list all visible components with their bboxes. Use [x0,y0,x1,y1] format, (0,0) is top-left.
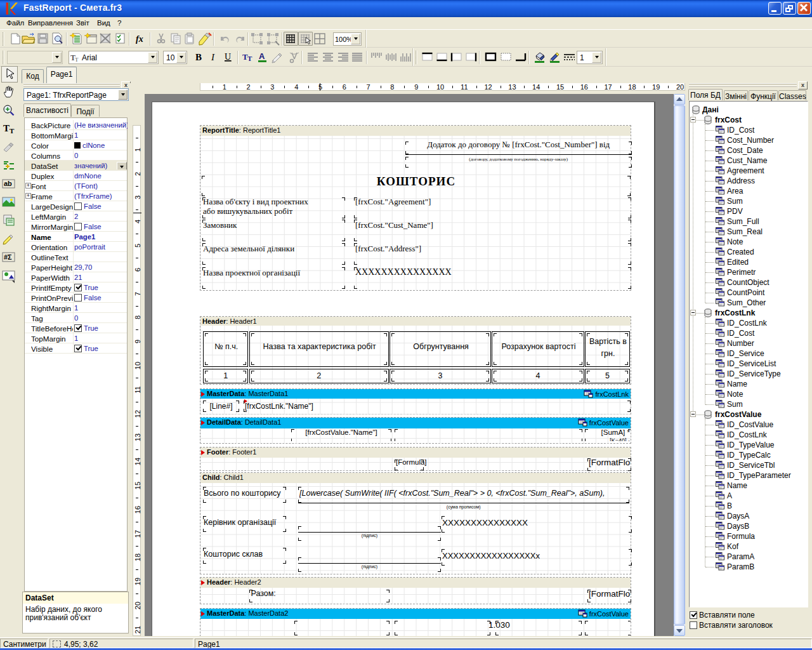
svg-text:A: A [259,51,265,61]
svg-text:fx: fx [136,34,143,44]
svg-text:T: T [10,127,15,135]
svg-text:I: I [211,52,215,62]
svg-text:#Σ: #Σ [4,253,12,261]
svg-text:U: U [225,52,231,62]
svg-text:T: T [247,55,252,62]
svg-text:T: T [3,123,10,133]
svg-text:ab: ab [4,180,12,187]
svg-text:B: B [195,52,202,62]
svg-text:T: T [75,56,79,63]
